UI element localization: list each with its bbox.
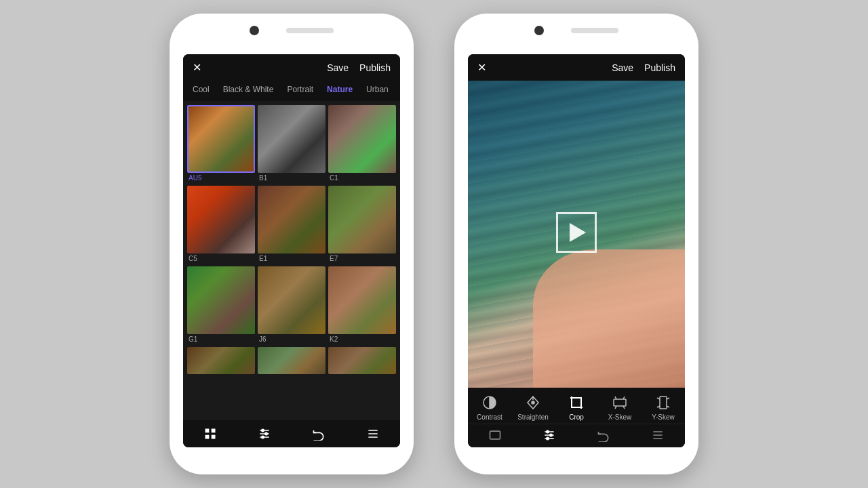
- svg-rect-0: [205, 429, 210, 433]
- contrast-tool[interactable]: Contrast: [473, 394, 507, 421]
- svg-point-14: [532, 401, 534, 404]
- speaker-bar: [286, 28, 334, 33]
- right-save-button[interactable]: Save: [612, 62, 633, 73]
- xskew-tool[interactable]: X-Skew: [603, 394, 637, 421]
- filter-k2-label: K2: [328, 334, 396, 344]
- svg-rect-1: [212, 429, 216, 433]
- filter-e1-label: E1: [258, 253, 326, 264]
- sliders-nav[interactable]: [542, 428, 556, 442]
- svg-rect-2: [205, 435, 210, 439]
- right-publish-button[interactable]: Publish: [644, 62, 675, 73]
- sliders-tool[interactable]: [258, 427, 271, 441]
- phone-notch: [170, 26, 414, 35]
- left-app-screen: ✕ Save Publish Cool Black & White Portra…: [183, 54, 400, 447]
- svg-rect-17: [660, 396, 667, 409]
- filter-k2[interactable]: K2: [328, 266, 396, 344]
- right-close-button[interactable]: ✕: [477, 61, 486, 74]
- contrast-label: Contrast: [477, 413, 502, 421]
- edit-tools: Contrast Straighten Crop: [468, 388, 685, 447]
- video-area[interactable]: [468, 81, 685, 388]
- settings-nav[interactable]: [651, 428, 665, 442]
- filter-g1-label: G1: [187, 334, 255, 344]
- svg-point-7: [262, 429, 264, 431]
- rect-nav[interactable]: [488, 428, 502, 442]
- left-close-button[interactable]: ✕: [193, 61, 201, 74]
- camera-dot: [250, 26, 259, 35]
- video-bg: [468, 81, 685, 388]
- right-top-actions: Save Publish: [612, 62, 675, 73]
- svg-point-23: [550, 434, 552, 436]
- filter-b1[interactable]: B1: [258, 105, 326, 183]
- yskew-tool[interactable]: Y-Skew: [646, 394, 680, 421]
- edit-tools-row1: Contrast Straighten Crop: [468, 388, 685, 424]
- svg-rect-18: [490, 431, 500, 439]
- filter-c1-label: C1: [328, 173, 396, 183]
- left-bottom-toolbar: [183, 420, 400, 447]
- left-top-actions: Save Publish: [327, 62, 391, 73]
- right-top-bar: ✕ Save Publish: [468, 54, 685, 81]
- undo-nav[interactable]: [597, 428, 610, 442]
- right-app-screen: ✕ Save Publish: [468, 54, 685, 447]
- filter-au5-label: AU5: [187, 173, 255, 183]
- right-camera-dot: [534, 26, 544, 35]
- svg-point-9: [262, 436, 264, 438]
- xskew-label: X-Skew: [608, 413, 631, 421]
- straighten-label: Straighten: [517, 413, 549, 421]
- filter-j6[interactable]: J6: [258, 266, 326, 344]
- filter-au5[interactable]: AU5: [187, 105, 255, 183]
- tab-cool[interactable]: Cool: [189, 83, 214, 96]
- svg-point-22: [547, 430, 549, 432]
- tab-urban[interactable]: Urban: [362, 83, 393, 96]
- settings-tool[interactable]: [366, 427, 380, 441]
- filter-c1[interactable]: C1: [328, 105, 396, 183]
- left-publish-button[interactable]: Publish: [359, 62, 391, 73]
- tab-portrait[interactable]: Portrait: [283, 83, 317, 96]
- tab-nature[interactable]: Nature: [323, 83, 357, 96]
- edit-tools-row2: [468, 424, 685, 447]
- grid-tool[interactable]: [203, 427, 217, 441]
- filter-c5-label: C5: [187, 253, 255, 264]
- left-top-bar: ✕ Save Publish: [183, 54, 400, 81]
- right-phone: ✕ Save Publish: [454, 14, 698, 474]
- svg-point-8: [265, 432, 267, 434]
- filter-e7[interactable]: E7: [328, 186, 396, 264]
- filter-e1[interactable]: E1: [258, 186, 326, 264]
- filter-b1-label: B1: [258, 173, 326, 183]
- svg-rect-3: [212, 435, 216, 439]
- crop-label: Crop: [569, 413, 584, 421]
- filter-c5[interactable]: C5: [187, 186, 255, 264]
- filter-grid: AU5 B1 C1 C5: [183, 101, 400, 420]
- filter-partial3-label: [328, 374, 396, 377]
- yskew-label: Y-Skew: [652, 413, 675, 421]
- filter-partial1[interactable]: [187, 347, 255, 377]
- filter-partial2-label: [258, 374, 326, 377]
- crop-tool[interactable]: Crop: [559, 394, 593, 421]
- right-phone-notch: [454, 26, 698, 35]
- filter-j6-label: J6: [258, 334, 326, 344]
- right-speaker-bar: [571, 28, 618, 33]
- filter-partial2[interactable]: [258, 347, 326, 377]
- filter-partial1-label: [187, 374, 255, 377]
- straighten-tool[interactable]: Straighten: [516, 394, 550, 421]
- filter-partial3[interactable]: [328, 347, 396, 377]
- left-save-button[interactable]: Save: [327, 62, 349, 73]
- filter-tabs: Cool Black & White Portrait Nature Urban: [183, 81, 400, 101]
- tab-bw[interactable]: Black & White: [219, 83, 278, 96]
- undo-tool[interactable]: [312, 427, 326, 441]
- svg-rect-16: [614, 399, 626, 406]
- svg-point-24: [547, 437, 549, 439]
- filter-g1[interactable]: G1: [187, 266, 255, 344]
- left-phone: ✕ Save Publish Cool Black & White Portra…: [170, 14, 414, 474]
- filter-e7-label: E7: [328, 253, 396, 264]
